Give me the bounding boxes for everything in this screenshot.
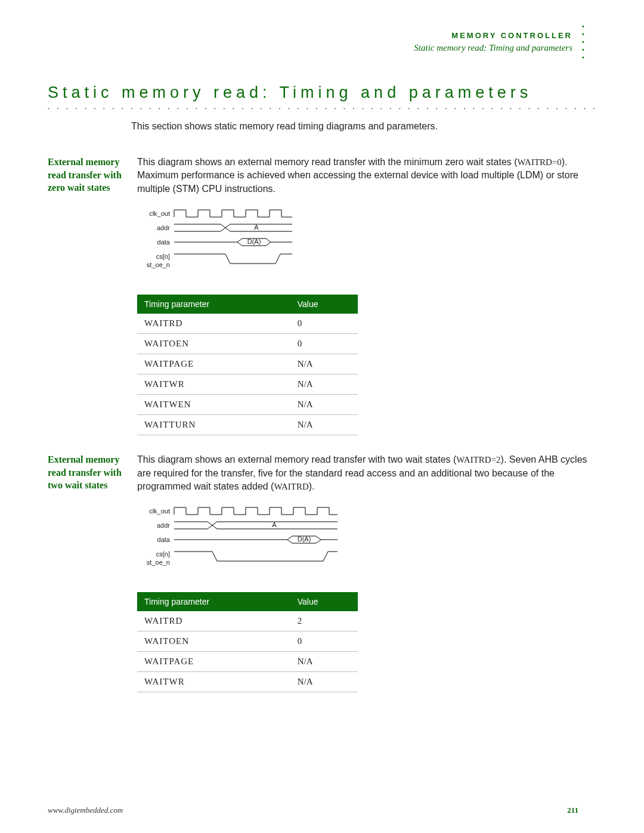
svg-text:D(A): D(A) bbox=[298, 535, 311, 543]
svg-text:st_oe_n: st_oe_n bbox=[147, 559, 170, 566]
svg-text:A: A bbox=[254, 224, 259, 231]
two-wait-timing-diagram: clk_out addr data cs[n] st_oe_n bbox=[137, 504, 596, 578]
footer-url: www.digiembedded.com bbox=[48, 806, 123, 815]
page-header: MEMORY CONTROLLER Static memory read: Ti… bbox=[48, 18, 596, 60]
two-wait-params-table: Timing parameter Value WAITRD2 WAITOEN0 … bbox=[137, 592, 358, 692]
svg-text:clk_out: clk_out bbox=[149, 210, 170, 217]
svg-text:addr: addr bbox=[157, 522, 170, 529]
header-subtitle: Static memory read: Timing and parameter… bbox=[414, 43, 572, 53]
svg-text:data: data bbox=[157, 239, 171, 246]
page-number: 211 bbox=[567, 806, 578, 815]
svg-text:clk_out: clk_out bbox=[149, 507, 170, 515]
svg-text:A: A bbox=[272, 521, 277, 528]
waitrd-code: WAITRD=2 bbox=[456, 455, 500, 465]
table-row: WAITWENN/A bbox=[137, 395, 358, 415]
svg-text:cs[n]: cs[n] bbox=[156, 550, 170, 558]
zero-wait-paragraph: This diagram shows an external memory re… bbox=[137, 156, 596, 196]
table-header-param: Timing parameter bbox=[137, 295, 290, 314]
header-chapter: MEMORY CONTROLLER bbox=[451, 31, 572, 40]
page-footer: www.digiembedded.com 211 bbox=[48, 806, 596, 815]
svg-text:st_oe_n: st_oe_n bbox=[147, 261, 170, 268]
table-header-param: Timing parameter bbox=[137, 592, 290, 611]
waitrd-code: WAITRD=0 bbox=[518, 157, 562, 167]
svg-text:data: data bbox=[157, 536, 171, 543]
table-row: WAITRD2 bbox=[137, 611, 358, 631]
zero-wait-params-table: Timing parameter Value WAITRD0 WAITOEN0 … bbox=[137, 295, 358, 435]
zero-wait-sidehead: External memory read transfer with zero … bbox=[48, 156, 137, 435]
waitrd-code: WAITRD bbox=[274, 482, 308, 491]
table-row: WAITTURNN/A bbox=[137, 415, 358, 435]
table-row: WAITPAGEN/A bbox=[137, 652, 358, 672]
svg-text:cs[n]: cs[n] bbox=[156, 253, 170, 260]
two-wait-block: External memory read transfer with two w… bbox=[48, 453, 596, 692]
table-row: WAITWRN/A bbox=[137, 672, 358, 692]
table-header-value: Value bbox=[290, 295, 358, 314]
zero-wait-block: External memory read transfer with zero … bbox=[48, 156, 596, 435]
table-row: WAITOEN0 bbox=[137, 334, 358, 354]
zero-wait-timing-diagram: clk_out addr data cs[n] st_oe_n bbox=[137, 206, 596, 280]
dot-rule-icon: . . . . . . . . . . . . . . . . . . . . … bbox=[48, 103, 596, 110]
table-row: WAITPAGEN/A bbox=[137, 354, 358, 374]
table-row: WAITRD0 bbox=[137, 314, 358, 334]
two-wait-sidehead: External memory read transfer with two w… bbox=[48, 453, 137, 692]
svg-text:D(A): D(A) bbox=[247, 238, 261, 245]
svg-text:addr: addr bbox=[157, 224, 170, 231]
section-title: Static memory read: Timing and parameter… bbox=[48, 83, 596, 102]
header-dots-icon: ••••• bbox=[582, 23, 586, 61]
intro-paragraph: This section shows static memory read ti… bbox=[131, 121, 596, 132]
table-row: WAITOEN0 bbox=[137, 631, 358, 652]
table-header-value: Value bbox=[290, 592, 358, 611]
two-wait-paragraph: This diagram shows an external memory re… bbox=[137, 453, 596, 493]
table-row: WAITWRN/A bbox=[137, 374, 358, 395]
